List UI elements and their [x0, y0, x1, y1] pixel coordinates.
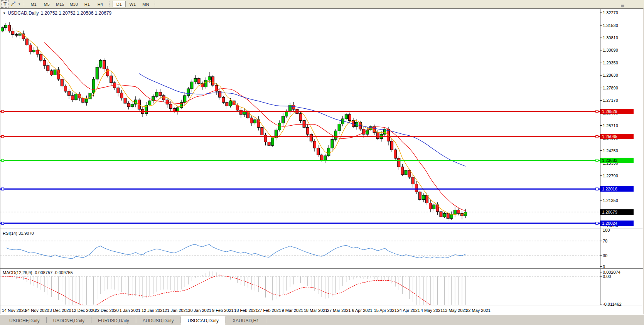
rsi-label: RSI(14) 31.9070	[3, 231, 34, 236]
date-axis-border	[0, 305, 643, 306]
pane-splitter-rsi[interactable]	[0, 229, 643, 229]
chart-ohlc-values: 1.20752 1.20752 1.20586 1.20679	[41, 10, 112, 16]
macd-histogram	[2, 271, 465, 317]
horizontal-line-1.22016[interactable]	[0, 188, 600, 190]
horizontal-line-1.23683[interactable]	[0, 159, 600, 162]
chart-title: ▼ USDCAD,Daily 1.20752 1.20752 1.20586 1…	[3, 10, 111, 16]
mt4-workspace: { "toolbar": { "text_tool": "T", "timefr…	[0, 0, 644, 325]
horizontal-line-1.25065[interactable]	[0, 135, 600, 138]
macd-signal-line	[2, 276, 465, 314]
chart-title-caret-icon[interactable]: ▼	[3, 12, 6, 15]
price-axis-line	[600, 9, 600, 305]
price-chart-canvas	[0, 0, 644, 325]
macd-label: MACD(12,26,9) -0.008757 -0.009755	[3, 270, 73, 275]
moving-average-5	[16, 31, 465, 215]
chart-symbol-label: USDCAD,Daily	[8, 10, 39, 16]
pane-splitter-macd[interactable]	[0, 268, 643, 269]
candles	[1, 22, 467, 221]
horizontal-line-1.20024[interactable]	[0, 222, 600, 224]
rsi-line	[6, 244, 465, 259]
horizontal-line-1.26529[interactable]	[0, 110, 600, 113]
